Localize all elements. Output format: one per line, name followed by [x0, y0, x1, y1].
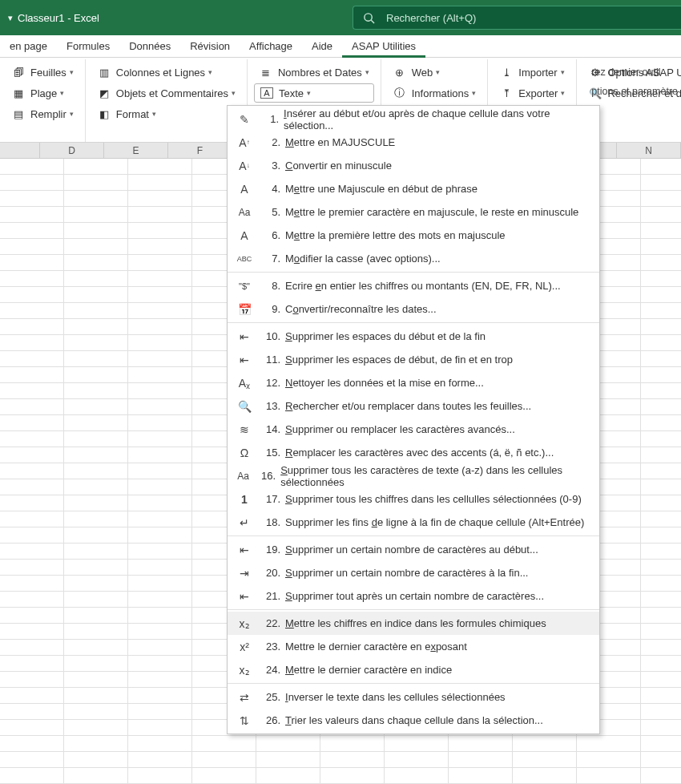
menu-item-12[interactable]: Aᵪ12.Nettoyer les données et la mise en …: [228, 371, 599, 394]
trim-icon: ⇤: [234, 330, 255, 343]
col-header[interactable]: F: [168, 143, 232, 158]
menu-item-label: Modifier la casse (avec options)...: [285, 253, 441, 265]
menu-item-23[interactable]: x²23.Mettre le dernier caractère en expo…: [228, 635, 599, 658]
col-header[interactable]: E: [104, 143, 168, 158]
ribbon-colonnes-et-lignes[interactable]: ▥Colonnes et Lignes▾: [92, 63, 240, 82]
menu-item-9[interactable]: 📅9.Convertir/reconnaître les dates...: [228, 297, 599, 321]
menu-item-label: Supprimer ou remplacer les caractères av…: [285, 423, 515, 435]
chevron-down-icon: ▾: [561, 68, 565, 76]
format-icon: ◧: [97, 107, 111, 121]
col-header[interactable]: N: [617, 143, 681, 158]
chevron-down-icon: ▾: [365, 68, 369, 76]
ribbon-web[interactable]: ⊕Web▾: [388, 63, 482, 82]
menu-item-2[interactable]: A↑2.Mettre en MAJUSCULE: [228, 131, 599, 154]
chevron-down-icon[interactable]: ▾: [8, 13, 13, 23]
export-icon: ⤒: [499, 86, 514, 100]
menu-separator: [228, 535, 599, 536]
dollar-icon: "$": [234, 281, 255, 291]
delR-icon: ⇥: [234, 567, 255, 580]
menu-item-13[interactable]: 🔍13.Rechercher et/ou remplacer dans tout…: [228, 394, 599, 418]
menu-item-19[interactable]: ⇤19.Supprimer un certain nombre de carac…: [228, 538, 599, 561]
chevron-down-icon: ▾: [472, 89, 476, 97]
chevron-down-icon: ▾: [70, 68, 74, 76]
chevron-down-icon: ▾: [60, 89, 64, 97]
ribbon-group-1: 🗐Feuilles▾▦Plage▾▤Remplir▾: [0, 59, 86, 142]
mag-icon: 🔍: [234, 400, 255, 413]
search-box[interactable]: Rechercher (Alt+Q): [353, 6, 681, 30]
menu-item-label: Mettre les chiffres en indice dans les f…: [285, 617, 546, 629]
menu-item-label: Mettre en MAJUSCULE: [285, 136, 395, 148]
tab-en-page[interactable]: en page: [0, 35, 57, 58]
ribbon-informations[interactable]: ⓘInformations▾: [388, 83, 482, 103]
ribbon-feuilles[interactable]: 🗐Feuilles▾: [6, 63, 79, 82]
menu-item-label: Inverser le texte dans les cellules séle…: [285, 691, 506, 703]
menu-item-6[interactable]: A6.Mettre la première lettre des mots en…: [228, 224, 599, 247]
ribbon-plage[interactable]: ▦Plage▾: [6, 83, 79, 103]
Aup-icon: A↑: [234, 136, 255, 149]
ribbon-format[interactable]: ◧Format▾: [92, 104, 240, 123]
rx-icon: ≋: [234, 423, 255, 436]
menu-item-label: Supprimer un certain nombre de caractère…: [285, 544, 538, 556]
menu-item-3[interactable]: A↓3.Convertir en minuscule: [228, 154, 599, 177]
cr-icon: ↵: [234, 516, 255, 529]
fill-icon: ▤: [11, 107, 26, 121]
omega-icon: Ω: [234, 447, 255, 459]
delL-icon: ⇤: [234, 544, 255, 556]
tab-formules[interactable]: Formules: [57, 35, 119, 58]
app-title: Classeur1 - Excel: [18, 12, 99, 24]
x2l-icon: x₂: [234, 664, 255, 677]
search-icon: [363, 12, 375, 24]
ribbon-importer[interactable]: ⤓Importer▾: [494, 63, 570, 82]
ribbon-exporter[interactable]: ⤒Exporter▾: [494, 83, 570, 103]
A-icon: A: [234, 183, 255, 196]
menu-item-25[interactable]: ⇄25.Inverser le texte dans les cellules …: [228, 685, 599, 709]
menu-item-21[interactable]: ⇤21.Supprimer tout après un certain nomb…: [228, 584, 599, 608]
menu-item-7[interactable]: ABC7.Modifier la casse (avec options)...: [228, 247, 599, 270]
x2u-icon: x²: [234, 641, 255, 653]
search-placeholder: Rechercher (Alt+Q): [386, 12, 476, 24]
title-bar: ▾ Classeur1 - Excel Rechercher (Alt+Q): [0, 0, 681, 35]
tab-aide[interactable]: Aide: [302, 35, 342, 58]
chevron-down-icon: ▾: [436, 68, 440, 76]
objects-icon: ◩: [97, 86, 111, 100]
tab-données[interactable]: Données: [119, 35, 180, 58]
menu-item-4[interactable]: A4.Mettre une Majuscule en début de phra…: [228, 177, 599, 200]
clean-icon: Aᵪ: [234, 377, 255, 390]
menu-item-5[interactable]: Aa5.Mettre le premier caractère en majus…: [228, 200, 599, 224]
tab-asap-utilities[interactable]: ASAP Utilities: [342, 35, 425, 58]
menu-item-11[interactable]: ⇤11.Supprimer les espaces de début, de f…: [228, 348, 599, 371]
menu-item-label: Mettre le dernier caractère en indice: [285, 664, 452, 676]
menu-item-15[interactable]: Ω15.Remplacer les caractères avec des ac…: [228, 441, 599, 464]
menu-item-22[interactable]: x₂22.Mettre les chiffres en indice dans …: [228, 612, 599, 635]
menu-item-16[interactable]: Aa16.Supprimer tous les caractères de te…: [228, 464, 599, 487]
menu-item-17[interactable]: 117.Supprimer tous les chiffres dans les…: [228, 487, 599, 511]
menu-separator: [228, 272, 599, 273]
tab-affichage[interactable]: Affichage: [240, 35, 302, 58]
menu-item-label: Supprimer un certain nombre de caractère…: [285, 567, 528, 579]
ribbon-texte[interactable]: ATexte▾: [254, 83, 374, 103]
menu-item-10[interactable]: ⇤10.Supprimer les espaces du début et de…: [228, 325, 599, 348]
nums-icon: ≣: [259, 65, 273, 79]
menu-item-label: Mettre le premier caractère en majuscule…: [285, 206, 578, 218]
menu-item-1[interactable]: ✎1.Insérer au début et/ou après de chaqu…: [228, 107, 599, 131]
A-icon: A: [234, 229, 255, 242]
chevron-down-icon: ▾: [70, 110, 74, 118]
tab-révision[interactable]: Révision: [180, 35, 240, 58]
menu-item-24[interactable]: x₂24.Mettre le dernier caractère en indi…: [228, 658, 599, 681]
ribbon-remplir[interactable]: ▤Remplir▾: [6, 104, 79, 123]
menu-separator: [228, 683, 599, 684]
menu-item-label: Remplacer les caractères avec des accent…: [285, 447, 554, 459]
menu-item-20[interactable]: ⇥20.Supprimer un certain nombre de carac…: [228, 561, 599, 584]
ribbon-nombres-et-dates[interactable]: ≣Nombres et Dates▾: [254, 63, 374, 82]
ribbon-objets-et-commentaires[interactable]: ◩Objets et Commentaires▾: [92, 83, 240, 103]
menu-item-14[interactable]: ≋14.Supprimer ou remplacer les caractère…: [228, 418, 599, 441]
menu-item-8[interactable]: "$"8.Ecrire en entier les chiffres ou mo…: [228, 274, 599, 297]
menu-item-18[interactable]: ↵18.Supprimer les fins de ligne à la fin…: [228, 511, 599, 534]
cal-icon: 📅: [234, 303, 255, 316]
col-header[interactable]: D: [40, 143, 104, 158]
chevron-down-icon: ▾: [232, 89, 236, 97]
menu-item-label: Convertir/reconnaître les dates...: [285, 303, 437, 315]
svg-line-1: [371, 20, 374, 23]
menu-item-26[interactable]: ⇅26.Trier les valeurs dans chaque cellul…: [228, 709, 599, 732]
menu-item-label: Rechercher et/ou remplacer dans toutes l…: [285, 400, 531, 412]
